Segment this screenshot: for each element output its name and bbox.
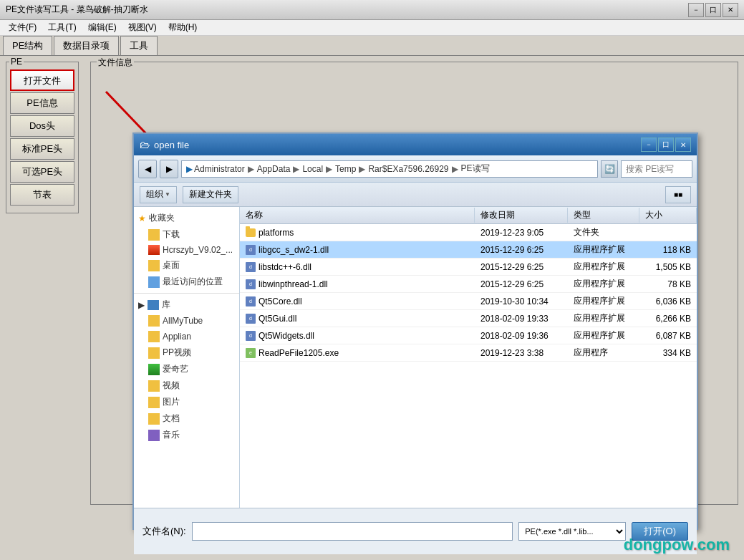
sidebar-item-ppvideo[interactable]: PP视频 — [134, 344, 239, 361]
pe-group: PE 打开文件 PE信息 Dos头 标准PE头 可选PE头 节表 — [6, 62, 79, 213]
nav-forward-button[interactable]: ▶ — [160, 160, 178, 178]
file-name-label: ReadPeFile1205.exe — [259, 348, 339, 358]
table-row[interactable]: d Qt5Core.dll 2019-10-30 10:34 应用程序扩展 6,… — [240, 293, 697, 310]
table-row[interactable]: d libgcc_s_dw2-1.dll 2015-12-29 6:25 应用程… — [240, 241, 697, 259]
file-date-cell: 2015-12-29 6:25 — [475, 261, 568, 274]
file-name-label: libstdc++-6.dll — [259, 262, 311, 272]
nav-path-part-1: ▶ — [186, 164, 193, 174]
col-name[interactable]: 名称 — [240, 208, 475, 223]
toolbar-tabs: PE结构 数据目录项 工具 — [0, 36, 744, 56]
dll-icon: d — [246, 279, 256, 289]
table-row[interactable]: d Qt5Widgets.dll 2018-02-09 19:36 应用程序扩展… — [240, 327, 697, 344]
dialog-minimize-button[interactable]: － — [641, 137, 657, 152]
pe-info-button[interactable]: PE信息 — [10, 92, 74, 114]
file-date-cell: 2019-12-23 9:05 — [475, 226, 568, 239]
file-type-cell: 应用程序 — [568, 345, 639, 360]
dialog-toolbar: 组织 ▼ 新建文件夹 ■■ — [134, 183, 697, 207]
sidebar-item-allmytube[interactable]: AllMyTube — [134, 313, 239, 329]
table-row[interactable]: platforms 2019-12-23 9:05 文件夹 — [240, 224, 697, 241]
col-size[interactable]: 大小 — [639, 208, 697, 223]
organize-button[interactable]: 组织 ▼ — [140, 186, 177, 203]
file-type-cell: 文件夹 — [568, 225, 639, 240]
sidebar-item-applian[interactable]: Applian — [134, 329, 239, 344]
filename-input[interactable] — [192, 522, 513, 541]
sidebar-item-music-label: 音乐 — [163, 429, 180, 441]
restore-button[interactable]: 口 — [705, 3, 721, 17]
col-date[interactable]: 修改日期 — [475, 208, 568, 223]
optional-pe-header-button[interactable]: 可选PE头 — [10, 161, 74, 183]
special-icon — [148, 245, 160, 255]
menu-tools[interactable]: 工具(T) — [42, 20, 82, 35]
sidebar-item-documents[interactable]: 文档 — [134, 410, 239, 427]
filelist-header: 名称 修改日期 类型 大小 — [240, 207, 697, 224]
sidebar-item-images[interactable]: 图片 — [134, 394, 239, 410]
dll-icon: d — [246, 296, 256, 306]
sidebar-item-aiqiyi[interactable]: 爱奇艺 — [134, 361, 239, 377]
sidebar-item-allmytube-label: AllMyTube — [163, 316, 203, 326]
table-row[interactable]: e ReadPeFile1205.exe 2019-12-23 3:38 应用程… — [240, 344, 697, 362]
new-folder-button[interactable]: 新建文件夹 — [183, 186, 238, 203]
menu-file[interactable]: 文件(F) — [3, 20, 42, 35]
file-name-label: Qt5Core.dll — [259, 296, 302, 306]
standard-pe-header-button[interactable]: 标准PE头 — [10, 138, 74, 160]
file-type-cell: 应用程序扩展 — [568, 328, 639, 343]
filetype-select[interactable]: PE(*.exe *.dll *.lib... — [518, 522, 626, 541]
section-table-button[interactable]: 节表 — [10, 184, 74, 206]
file-size-cell: 1,505 KB — [639, 261, 697, 274]
table-row[interactable]: d libstdc++-6.dll 2015-12-29 6:25 应用程序扩展… — [240, 259, 697, 276]
sidebar-item-recent[interactable]: 最近访问的位置 — [134, 274, 239, 290]
aiqiyi-icon — [148, 364, 160, 375]
search-input[interactable] — [621, 160, 692, 178]
dialog-close-button[interactable]: ✕ — [675, 137, 691, 152]
minimize-button[interactable]: － — [688, 3, 704, 17]
library-arrow: ▶ — [138, 300, 145, 310]
view-toggle-button[interactable]: ■■ — [665, 186, 691, 203]
nav-refresh-button[interactable]: 🔄 — [601, 160, 618, 178]
file-name-label: platforms — [259, 228, 294, 238]
favorites-star-icon: ★ — [138, 213, 146, 223]
sidebar-item-music[interactable]: 音乐 — [134, 427, 239, 443]
open-file-dialog: 🗁 open file － 口 ✕ ◀ ▶ ▶ Administrator ▶ … — [132, 132, 698, 530]
sidebar-item-ppvideo-label: PP视频 — [163, 347, 191, 359]
file-size-cell: 118 KB — [639, 243, 697, 256]
menu-view[interactable]: 视图(V) — [122, 20, 163, 35]
sidebar-item-hcrszy[interactable]: Hcrszyb_V9.02_... — [134, 243, 239, 257]
open-file-button[interactable]: 打开文件 — [10, 69, 74, 91]
dialog-maximize-button[interactable]: 口 — [658, 137, 674, 152]
tab-tools[interactable]: 工具 — [120, 36, 158, 55]
file-type-cell: 应用程序扩展 — [568, 311, 639, 326]
sidebar-divider-1 — [134, 293, 239, 294]
dialog-footer: 文件名(N): PE(*.exe *.dll *.lib... 打开(O) — [134, 508, 697, 554]
dialog-titlebar: 🗁 open file － 口 ✕ — [134, 134, 697, 155]
nav-back-button[interactable]: ◀ — [138, 160, 157, 178]
file-date-cell: 2019-10-30 10:34 — [475, 295, 568, 308]
exe-icon: e — [246, 348, 256, 358]
sidebar-library-header[interactable]: ▶ 库 — [134, 296, 239, 313]
file-name-cell: d Qt5Gui.dll — [240, 312, 475, 325]
sidebar-item-video-label: 视频 — [163, 380, 180, 392]
table-row[interactable]: d Qt5Gui.dll 2018-02-09 19:33 应用程序扩展 6,2… — [240, 310, 697, 327]
tab-pe-structure[interactable]: PE结构 — [3, 36, 52, 55]
sidebar-item-downloads[interactable]: 下载 — [134, 226, 239, 243]
file-date-cell: 2019-12-23 3:38 — [475, 347, 568, 359]
menu-help[interactable]: 帮助(H) — [163, 20, 203, 35]
tab-data-directory[interactable]: 数据目录项 — [54, 36, 119, 55]
dos-header-button[interactable]: Dos头 — [10, 115, 74, 137]
sidebar-item-video[interactable]: 视频 — [134, 377, 239, 394]
table-row[interactable]: d libwinpthread-1.dll 2015-12-29 6:25 应用… — [240, 276, 697, 293]
file-info-label: 文件信息 — [97, 57, 134, 69]
close-button[interactable]: ✕ — [723, 3, 738, 17]
dll-icon: d — [246, 331, 256, 341]
folder-icon — [148, 380, 160, 392]
toolbar-organize-group: 组织 ▼ — [140, 186, 177, 203]
sidebar-item-aiqiyi-label: 爱奇艺 — [163, 363, 188, 375]
sidebar-favorites-header[interactable]: ★ 收藏夹 — [134, 210, 239, 226]
sidebar-item-desktop[interactable]: 桌面 — [134, 257, 239, 274]
menu-edit[interactable]: 编辑(E) — [82, 20, 122, 35]
folder-icon — [148, 229, 160, 241]
col-type[interactable]: 类型 — [568, 208, 639, 223]
file-type-cell: 应用程序扩展 — [568, 294, 639, 309]
file-name-cell: d libwinpthread-1.dll — [240, 278, 475, 291]
dialog-body: ★ 收藏夹 下载 Hcrszyb_V9.02_... 桌面 最近访问的位置 — [134, 207, 697, 508]
nav-path[interactable]: ▶ Administrator ▶ AppData ▶ Local ▶ Temp… — [181, 160, 598, 178]
